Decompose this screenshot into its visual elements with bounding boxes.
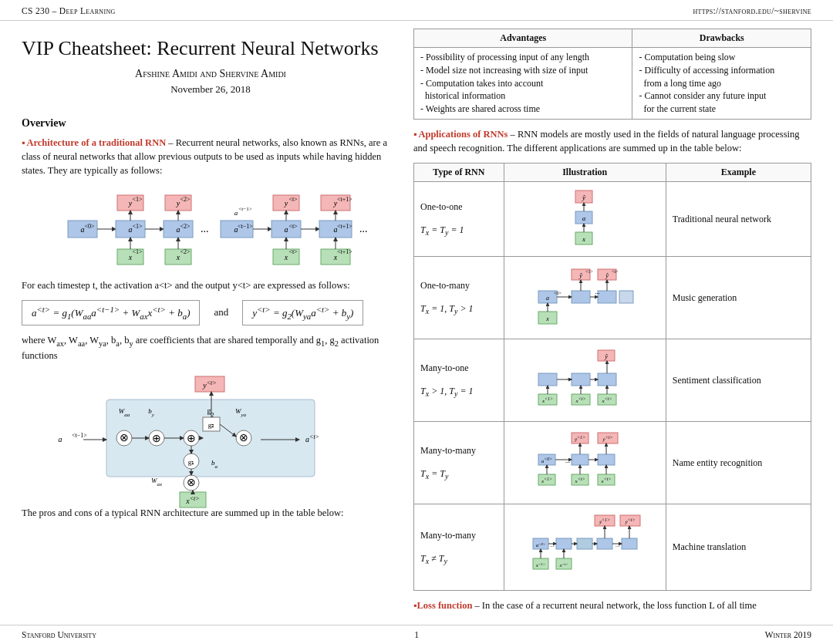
- formula-and: and: [214, 306, 228, 319]
- table-row: Many-to-one Tx > 1, Ty = 1: [414, 339, 811, 422]
- svg-text:a: a: [546, 295, 549, 302]
- svg-rect-112: [619, 291, 633, 303]
- svg-rect-170: [556, 538, 572, 549]
- svg-rect-110: [572, 291, 590, 303]
- svg-rect-128: [598, 373, 616, 386]
- svg-text:<t>: <t>: [288, 196, 298, 203]
- svg-text:<1>: <1>: [132, 196, 143, 203]
- svg-text:<1>: <1>: [132, 223, 143, 230]
- type-cell-1: One-to-one Tx = Ty = 1: [414, 182, 504, 257]
- example-cell-3: Sentiment classification: [666, 339, 811, 422]
- example-cell-1: Traditional neural network: [666, 182, 811, 257]
- svg-rect-171: [577, 538, 592, 549]
- illus-cell-5: ŷ<1> ŷ<t> a<0>: [504, 504, 666, 591]
- svg-rect-173: [622, 538, 637, 549]
- svg-rect-126: [538, 373, 557, 386]
- svg-text:<t−1>: <t−1>: [238, 223, 253, 230]
- svg-text:g₂: g₂: [208, 421, 215, 429]
- authors: Afshine Amidi and Shervine Amidi: [22, 68, 400, 80]
- svg-text:<0>: <0>: [84, 223, 95, 230]
- svg-text:a: a: [582, 214, 586, 222]
- one-to-one-svg: ŷ a x: [562, 187, 608, 248]
- one-to-many-svg: a <0> x: [535, 261, 635, 331]
- svg-rect-148: [572, 454, 588, 465]
- svg-text:g₁: g₁: [188, 458, 195, 466]
- formula-box-1: a<t> = g1(Waaa<t−1> + Waxx<t> + ba): [22, 300, 200, 325]
- type-cell-2: One-to-many Tx = 1, Ty > 1: [414, 257, 504, 339]
- footer-left: Stanford University: [22, 630, 96, 639]
- header-left: CS 230 – Deep Learning: [22, 6, 116, 15]
- illustration-header: Illustration: [504, 164, 666, 182]
- svg-text:<2>: <2>: [180, 196, 191, 203]
- example-cell-5: Machine translation: [666, 504, 811, 591]
- svg-text:ŷ: ŷ: [582, 194, 585, 201]
- applications-paragraph: ▪Applications of RNNs – RNN models are m…: [413, 127, 811, 155]
- footer-right: Winter 2019: [765, 630, 811, 639]
- svg-text:a: a: [59, 435, 62, 443]
- drawbacks-col-header: Drawbacks: [632, 29, 811, 48]
- svg-rect-127: [572, 373, 590, 386]
- table-row: One-to-one Tx = Ty = 1: [414, 182, 811, 257]
- svg-text:x: x: [545, 315, 549, 322]
- page: CS 230 – Deep Learning https://stanford.…: [0, 0, 833, 644]
- footer-page-number: 1: [414, 630, 419, 639]
- svg-text:x: x: [284, 253, 288, 261]
- svg-text:...: ...: [595, 288, 600, 295]
- type-header: Type of RNN: [414, 164, 504, 182]
- left-column: VIP Cheatsheet: Recurrent Neural Network…: [22, 29, 400, 617]
- loss-paragraph: ▪Loss function – In the case of a recurr…: [413, 598, 811, 612]
- table-row: One-to-many Tx = 1, Ty > 1: [414, 257, 811, 339]
- formula-box-2: y<t> = g2(Wyaa<t> + by): [242, 300, 363, 325]
- svg-text:<0>: <0>: [554, 291, 562, 295]
- svg-text:...: ...: [567, 373, 572, 381]
- type-cell-5: Many-to-many Tx ≠ Ty: [414, 504, 504, 591]
- svg-rect-172: [597, 538, 612, 549]
- type-cell-4: Many-to-many Tx = Ty: [414, 422, 504, 504]
- table-row: Many-to-many Tx = Ty: [414, 422, 811, 504]
- advantages-table: Advantages Drawbacks - Possibility of pr…: [413, 29, 811, 120]
- svg-text:...: ...: [201, 223, 209, 234]
- date: November 26, 2018: [22, 83, 400, 96]
- timestep-text: For each timestep t, the activation a<t>…: [22, 278, 400, 292]
- svg-text:ŷ: ŷ: [604, 353, 608, 360]
- svg-rect-111: [598, 291, 616, 303]
- arch-header: ▪Architecture of a traditional RNN: [22, 137, 168, 148]
- illus-cell-2: a <0> x: [504, 257, 666, 339]
- svg-text:⊗: ⊗: [187, 477, 196, 488]
- many-to-many-eq-svg: ŷ<1> ŷ<t> a<0> x<1>: [535, 427, 635, 496]
- svg-text:⊕: ⊕: [187, 433, 196, 444]
- advantages-cell: - Possibility of processing input of any…: [414, 48, 632, 120]
- svg-text:<1>: <1>: [132, 248, 143, 255]
- svg-text:<1>: <1>: [585, 269, 593, 274]
- illus-cell-4: ŷ<1> ŷ<t> a<0> x<1>: [504, 422, 666, 504]
- svg-text:<t−1>: <t−1>: [72, 432, 87, 439]
- applications-header: ▪Applications of RNNs: [413, 129, 511, 140]
- main-content: VIP Cheatsheet: Recurrent Neural Network…: [0, 21, 833, 640]
- svg-text:a: a: [234, 209, 238, 217]
- many-to-many-ne-svg: ŷ<1> ŷ<t> a<0>: [529, 509, 641, 582]
- detailed-rnn-svg: a <t−1> Waa ⊗ by ⊕ g2 g₂: [37, 369, 384, 500]
- detailed-rnn-diagram: a <t−1> Waa ⊗ by ⊕ g2 g₂: [22, 369, 400, 500]
- adv-col-header: Advantages: [414, 29, 632, 48]
- header-right: https://stanford.edu/~shervine: [693, 6, 811, 15]
- svg-text:<t+1>: <t+1>: [337, 223, 352, 230]
- svg-text:x: x: [582, 235, 585, 243]
- rnn-basic-diagram: a <0> a <1> a <2> ...: [22, 186, 400, 271]
- svg-text:...: ...: [565, 457, 570, 464]
- example-cell-2: Music generation: [666, 257, 811, 339]
- svg-text:<t>: <t>: [288, 248, 298, 255]
- page-footer: Stanford University 1 Winter 2019: [0, 625, 833, 644]
- svg-text:<t>: <t>: [612, 269, 619, 274]
- svg-rect-149: [598, 454, 615, 465]
- right-column: Advantages Drawbacks - Possibility of pr…: [413, 29, 811, 617]
- arch-paragraph: ▪Architecture of a traditional RNN – Rec…: [22, 136, 400, 177]
- svg-text:<t+1>: <t+1>: [337, 196, 352, 203]
- svg-text:<2>: <2>: [180, 223, 191, 230]
- pros-cons-text: The pros and cons of a typical RNN archi…: [22, 506, 400, 520]
- svg-text:<t−1>: <t−1>: [238, 206, 251, 212]
- main-title: VIP Cheatsheet: Recurrent Neural Network…: [22, 36, 400, 60]
- many-to-one-svg: ŷ x<1> x<t> x<t>: [535, 344, 635, 413]
- formula-row: a<t> = g1(Waaa<t−1> + Waxx<t> + ba) and …: [22, 300, 400, 325]
- svg-text:y: y: [284, 199, 288, 207]
- svg-text:⊗: ⊗: [120, 432, 129, 443]
